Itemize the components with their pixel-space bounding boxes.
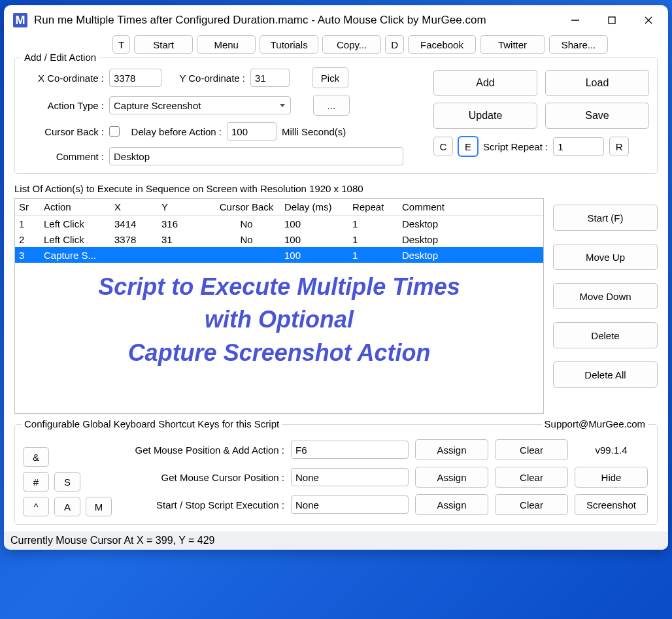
table-row[interactable]: 1Left Click3414316No1001Desktop [15,216,543,231]
table-row[interactable]: 3Capture S...1001Desktop [15,247,543,263]
col-cursor-back: Cursor Back [211,201,282,212]
col-delay: Delay (ms) [282,201,350,212]
shortcut2-label: Get Mouse Cursor Position : [101,472,284,483]
save-button[interactable]: Save [545,103,649,129]
start-button-top[interactable]: Start [134,35,193,54]
script-repeat-label: Script Repeat : [483,141,548,152]
amp-button[interactable]: & [23,447,49,467]
caret-button[interactable]: ^ [23,497,49,516]
screenshot-button[interactable]: Screenshot [575,494,648,515]
r-button[interactable]: R [609,137,629,156]
e-button[interactable]: E [458,137,478,156]
shortcut3-input[interactable] [291,495,409,514]
shortcut1-input[interactable] [291,441,409,459]
add-edit-label: Add / Edit Action [22,52,99,63]
delay-input[interactable] [227,122,277,141]
cursor-back-label: Cursor Back : [23,126,104,137]
list-label: List Of Action(s) to Execute in Sequence… [14,183,658,194]
assign1-button[interactable]: Assign [415,439,488,460]
col-y: Y [159,201,211,212]
x-coord-label: X Co-ordinate : [23,73,104,84]
tiny-button-grid: & # S ^ A M [23,447,112,516]
y-coord-input[interactable] [250,69,290,87]
table-header: Sr Action X Y Cursor Back Delay (ms) Rep… [15,199,543,216]
share-button[interactable]: Share... [549,35,608,54]
titlebar: M Run me Multiple Times after Configured… [4,5,668,35]
load-button[interactable]: Load [545,70,649,96]
action-type-select[interactable]: Capture Screenshot [109,96,291,114]
tutorials-button[interactable]: Tutorials [260,35,318,54]
comment-input[interactable] [109,147,403,165]
s-button[interactable]: S [54,472,80,492]
y-coord-label: Y Co-ordinate : [167,73,245,84]
svg-rect-1 [609,17,615,24]
col-x: X [112,201,159,212]
minimize-button[interactable] [557,7,594,33]
shortcut1-label: Get Mouse Position & Add Action : [101,444,284,456]
update-button[interactable]: Update [433,103,537,129]
hash-button[interactable]: # [23,472,49,492]
status-bar: Currently Mouse Cursor At X = 399, Y = 4… [4,531,668,550]
assign3-button[interactable]: Assign [415,494,488,515]
m-button[interactable]: M [86,497,112,516]
action-type-label: Action Type : [23,100,104,111]
t-button[interactable]: T [112,35,130,54]
overlay-line3: Capture Screenshot Action [15,337,543,369]
c-button[interactable]: C [433,137,453,156]
overlay-line1: Script to Execute Multiple Times [15,271,543,303]
col-repeat: Repeat [350,201,399,212]
app-window: M Run me Multiple Times after Configured… [4,5,668,550]
a-button[interactable]: A [54,497,80,516]
add-edit-group: Add / Edit Action X Co-ordinate : Y Co-o… [14,58,658,174]
support-email: Support@MurGee.com [542,418,648,429]
delay-label: Delay before Action : [125,126,222,137]
close-button[interactable] [630,7,667,33]
shortcuts-group-label: Configurable Global Keyboard Shortcut Ke… [22,418,282,429]
d-button[interactable]: D [385,35,404,54]
copy-button[interactable]: Copy... [322,35,381,54]
maximize-button[interactable] [594,7,630,33]
clear1-button[interactable]: Clear [495,439,568,460]
app-icon: M [13,13,27,27]
col-action: Action [41,201,112,212]
overlay-line2: with Optional [15,303,543,336]
add-button[interactable]: Add [433,70,537,96]
shortcut2-input[interactable] [291,468,409,486]
twitter-button[interactable]: Twitter [480,35,545,54]
start-f-button[interactable]: Start (F) [553,205,658,231]
hide-button[interactable]: Hide [575,467,648,488]
delete-button[interactable]: Delete [553,322,658,348]
table-row[interactable]: 2Left Click337831No1001Desktop [15,231,543,247]
clear2-button[interactable]: Clear [495,467,568,488]
script-repeat-input[interactable] [553,137,604,156]
delete-all-button[interactable]: Delete All [553,361,658,388]
cursor-back-checkbox[interactable] [109,126,120,137]
facebook-button[interactable]: Facebook [408,35,476,54]
move-up-button[interactable]: Move Up [553,244,658,270]
window-title: Run me Multiple Times after Configured D… [34,14,557,27]
actions-table[interactable]: Sr Action X Y Cursor Back Delay (ms) Rep… [14,198,544,414]
overlay-caption: Script to Execute Multiple Times with Op… [15,271,543,369]
clear3-button[interactable]: Clear [495,494,568,515]
move-down-button[interactable]: Move Down [553,283,658,309]
shortcut3-label: Start / Stop Script Execution : [101,499,284,510]
assign2-button[interactable]: Assign [415,467,488,488]
col-sr: Sr [15,201,41,212]
delay-unit-label: Milli Second(s) [282,126,346,137]
col-comment: Comment [399,201,543,212]
comment-label: Comment : [23,151,104,162]
shortcuts-group: Configurable Global Keyboard Shortcut Ke… [14,424,658,525]
x-coord-input[interactable] [109,69,161,87]
version-label: v99.1.4 [575,444,648,456]
action-type-more-button[interactable]: ... [313,95,350,116]
menu-button[interactable]: Menu [197,35,256,54]
top-toolbar: T Start Menu Tutorials Copy... D Faceboo… [112,35,658,54]
list-side-buttons: Start (F) Move Up Move Down Delete Delet… [553,198,658,414]
pick-button[interactable]: Pick [312,67,348,88]
